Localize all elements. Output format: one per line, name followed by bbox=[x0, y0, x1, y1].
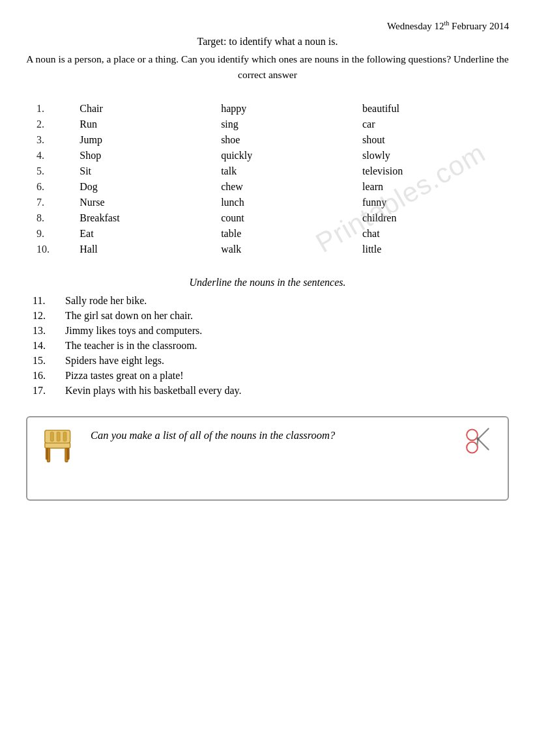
row-number: 2. bbox=[33, 117, 76, 132]
date-rest: February 2014 bbox=[449, 21, 509, 31]
bottom-box: Can you make a list of all of the nouns … bbox=[26, 416, 509, 501]
word-col3: little bbox=[358, 242, 515, 257]
list-item: 16.Pizza tastes great on a plate! bbox=[33, 370, 509, 382]
sentence-text: Kevin plays with his basketball every da… bbox=[65, 385, 241, 397]
svg-rect-8 bbox=[67, 448, 70, 460]
table-row: 6. Dog chew learn bbox=[33, 179, 515, 195]
sentence-number: 11. bbox=[33, 295, 65, 307]
sentence-text: The girl sat down on her chair. bbox=[65, 310, 193, 322]
word-col2: sing bbox=[217, 117, 358, 132]
date-text: Wednesday 12 bbox=[387, 21, 444, 31]
sentence-text: Jimmy likes toys and computers. bbox=[65, 325, 202, 337]
sentence-number: 12. bbox=[33, 310, 65, 322]
table-row: 8. Breakfast count children bbox=[33, 210, 515, 226]
sentence-number: 14. bbox=[33, 340, 65, 352]
svg-point-13 bbox=[467, 442, 478, 453]
table-row: 10. Hall walk little bbox=[33, 242, 515, 257]
svg-point-15 bbox=[477, 438, 480, 440]
word-col1: Breakfast bbox=[76, 210, 217, 226]
sentence-text: Pizza tastes great on a plate! bbox=[65, 370, 184, 382]
word-col3: television bbox=[358, 163, 515, 179]
row-number: 7. bbox=[33, 195, 76, 210]
list-item: 17.Kevin plays with his basketball every… bbox=[33, 385, 509, 397]
table-row: 7. Nurse lunch funny bbox=[33, 195, 515, 210]
svg-rect-3 bbox=[57, 432, 60, 441]
word-col3: children bbox=[358, 210, 515, 226]
word-col3: shout bbox=[358, 132, 515, 148]
date-line: Wednesday 12th February 2014 bbox=[26, 20, 509, 32]
table-row: 9. Eat table chat bbox=[33, 226, 515, 242]
word-col1: Hall bbox=[76, 242, 217, 257]
word-col1: Chair bbox=[76, 101, 217, 117]
word-col1: Eat bbox=[76, 226, 217, 242]
table-row: 1. Chair happy beautiful bbox=[33, 101, 515, 117]
word-col2: chew bbox=[217, 179, 358, 195]
chair-icon bbox=[39, 427, 81, 468]
svg-rect-4 bbox=[63, 432, 66, 441]
list-item: 13.Jimmy likes toys and computers. bbox=[33, 325, 509, 337]
svg-line-10 bbox=[478, 439, 489, 449]
word-col2: happy bbox=[217, 101, 358, 117]
word-col3: slowly bbox=[358, 148, 515, 163]
bottom-question: Can you make a list of all of the nouns … bbox=[91, 427, 457, 442]
row-number: 10. bbox=[33, 242, 76, 257]
svg-point-11 bbox=[467, 430, 478, 441]
row-number: 8. bbox=[33, 210, 76, 226]
scissors-icon bbox=[463, 427, 496, 458]
word-col2: shoe bbox=[217, 132, 358, 148]
sentence-number: 16. bbox=[33, 370, 65, 382]
word-col3: beautiful bbox=[358, 101, 515, 117]
word-col1: Dog bbox=[76, 179, 217, 195]
row-number: 1. bbox=[33, 101, 76, 117]
sentence-text: Sally rode her bike. bbox=[65, 295, 147, 307]
word-col2: walk bbox=[217, 242, 358, 257]
section2-heading: Underline the nouns in the sentences. bbox=[26, 277, 509, 288]
sentence-text: The teacher is in the classroom. bbox=[65, 340, 197, 352]
svg-rect-7 bbox=[46, 448, 48, 460]
sentences-list: 11.Sally rode her bike.12.The girl sat d… bbox=[33, 295, 509, 397]
word-col3: funny bbox=[358, 195, 515, 210]
word-col3: chat bbox=[358, 226, 515, 242]
table-row: 4. Shop quickly slowly bbox=[33, 148, 515, 163]
list-item: 11.Sally rode her bike. bbox=[33, 295, 509, 307]
word-col2: count bbox=[217, 210, 358, 226]
list-item: 15.Spiders have eight legs. bbox=[33, 355, 509, 367]
word-table: 1. Chair happy beautiful 2. Run sing car… bbox=[33, 101, 515, 257]
svg-rect-2 bbox=[50, 432, 53, 441]
word-col1: Jump bbox=[76, 132, 217, 148]
svg-line-9 bbox=[478, 428, 489, 439]
row-number: 3. bbox=[33, 132, 76, 148]
table-row: 3. Jump shoe shout bbox=[33, 132, 515, 148]
word-col1: Sit bbox=[76, 163, 217, 179]
word-col2: table bbox=[217, 226, 358, 242]
word-col3: learn bbox=[358, 179, 515, 195]
sentence-number: 13. bbox=[33, 325, 65, 337]
sentence-number: 15. bbox=[33, 355, 65, 367]
row-number: 4. bbox=[33, 148, 76, 163]
word-col1: Run bbox=[76, 117, 217, 132]
list-item: 12.The girl sat down on her chair. bbox=[33, 310, 509, 322]
word-col2: talk bbox=[217, 163, 358, 179]
row-number: 5. bbox=[33, 163, 76, 179]
sentence-number: 17. bbox=[33, 385, 65, 397]
sentence-text: Spiders have eight legs. bbox=[65, 355, 164, 367]
table-row: 5. Sit talk television bbox=[33, 163, 515, 179]
word-col2: lunch bbox=[217, 195, 358, 210]
row-number: 6. bbox=[33, 179, 76, 195]
row-number: 9. bbox=[33, 226, 76, 242]
list-item: 14.The teacher is in the classroom. bbox=[33, 340, 509, 352]
table-row: 2. Run sing car bbox=[33, 117, 515, 132]
word-col2: quickly bbox=[217, 148, 358, 163]
word-col1: Nurse bbox=[76, 195, 217, 210]
intro-text: A noun is a person, a place or a thing. … bbox=[26, 51, 509, 83]
word-col1: Shop bbox=[76, 148, 217, 163]
word-col3: car bbox=[358, 117, 515, 132]
page-title: Target: to identify what a noun is. bbox=[26, 36, 509, 48]
